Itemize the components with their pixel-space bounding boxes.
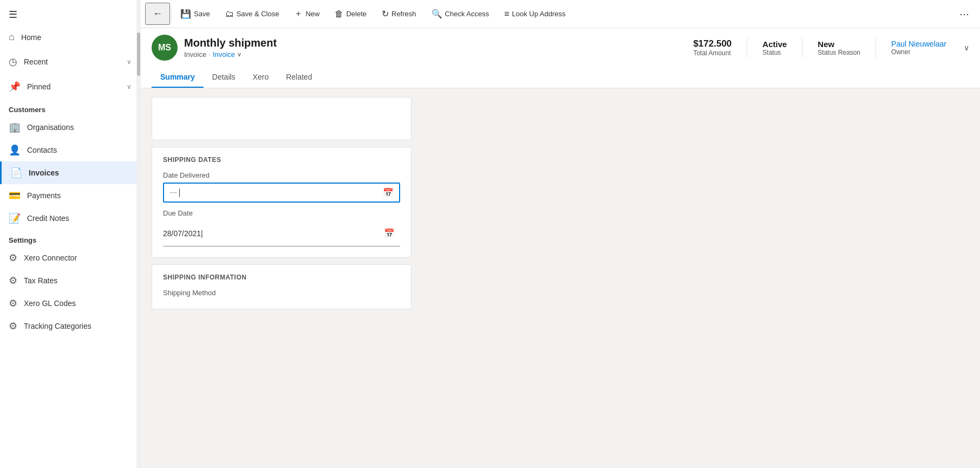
meta-sep-3 [876,38,876,57]
avatar: MS [152,35,178,61]
tabs: Summary Details Xero Related [152,67,969,88]
delete-button[interactable]: 🗑 Delete [327,0,374,28]
xero-gl-codes-label: Xero GL Codes [24,299,76,308]
owner-meta: Paul Nieuwelaar Owner [891,40,946,56]
scrollbar[interactable] [136,0,141,468]
sidebar-item-xero-connector[interactable]: ⚙ Xero Connector [0,246,140,269]
shipping-dates-section: SHIPPING DATES Date Delivered --- 📅 Due … [152,147,411,257]
due-date-value: 28/07/2021| [163,229,378,238]
delete-label: Delete [346,10,367,18]
total-amount-label: Total Amount [693,49,731,57]
check-access-icon: 🔍 [432,9,442,19]
payments-icon: 💳 [9,190,21,202]
organisations-icon: 🏢 [9,121,21,133]
save-close-icon: 🗂 [225,9,234,19]
sidebar-header: ☰ [0,0,140,25]
sidebar-item-tax-rates[interactable]: ⚙ Tax Rates [0,269,140,292]
tab-related[interactable]: Related [277,67,321,88]
record-type-2: Invoice [213,50,235,58]
meta-expand-chevron[interactable]: ∨ [964,43,969,52]
total-amount-value: $172.500 [693,38,731,49]
xero-gl-codes-icon: ⚙ [9,297,17,309]
new-label: New [305,10,319,18]
recent-chevron-icon: ∨ [127,58,132,66]
date-delivered-field[interactable]: --- 📅 [163,183,400,203]
sidebar-item-organisations[interactable]: 🏢 Organisations [0,116,140,139]
invoices-label: Invoices [29,168,59,177]
new-button[interactable]: ＋ New [286,0,327,28]
due-date-label: Due Date [163,209,400,217]
save-icon: 💾 [180,9,191,19]
sidebar-item-home[interactable]: ⌂ Home [0,25,140,49]
sidebar-item-contacts[interactable]: 👤 Contacts [0,139,140,161]
check-access-button[interactable]: 🔍 Check Access [424,0,497,28]
tracking-categories-icon: ⚙ [9,320,17,332]
sidebar-item-payments[interactable]: 💳 Payments [0,184,140,207]
home-icon: ⌂ [9,31,15,43]
back-button[interactable]: ← [145,3,170,25]
refresh-button[interactable]: ↻ Refresh [374,0,424,28]
save-label: Save [194,10,210,18]
date-delivered-calendar-icon[interactable]: 📅 [377,184,399,201]
content-body: SHIPPING DATES Date Delivered --- 📅 Due … [141,88,980,318]
due-date-calendar-icon[interactable]: 📅 [378,225,400,242]
organisations-label: Organisations [27,123,74,132]
shipping-info-section: SHIPPING INFORMATION Shipping Method [152,265,411,309]
shipping-method-label: Shipping Method [163,289,400,297]
meta-sep-1 [747,38,747,57]
type-dropdown-icon[interactable]: ∨ [237,51,241,58]
due-date-cursor: | [201,229,203,238]
shipping-info-card: SHIPPING INFORMATION Shipping Method [152,264,411,309]
shipping-dates-card: SHIPPING DATES Date Delivered --- 📅 Due … [152,147,411,258]
toolbar: ← 💾 Save 🗂 Save & Close ＋ New 🗑 Delete ↻… [141,0,980,28]
more-button[interactable]: ⋯ [953,4,976,24]
hamburger-icon[interactable]: ☰ [9,9,17,21]
record-header: MS Monthly shipment Invoice · Invoice ∨ … [141,28,980,88]
sidebar-item-home-label: Home [21,33,132,42]
owner-value[interactable]: Paul Nieuwelaar [891,40,946,48]
sidebar-item-credit-notes[interactable]: 📝 Credit Notes [0,207,140,230]
refresh-icon: ↻ [382,9,389,19]
subtitle-dot: · [208,50,211,58]
save-button[interactable]: 💾 Save [173,0,218,28]
payments-label: Payments [27,191,61,200]
xero-connector-label: Xero Connector [24,253,77,262]
status-label: Status [762,49,787,56]
top-card [152,97,411,140]
credit-notes-label: Credit Notes [27,214,69,223]
tab-xero[interactable]: Xero [244,67,278,88]
invoices-icon: 📄 [10,167,22,179]
credit-notes-icon: 📝 [9,212,21,224]
record-meta: $172.500 Total Amount Active Status New … [693,38,969,57]
tracking-categories-label: Tracking Categories [24,322,92,330]
sidebar-item-xero-gl-codes[interactable]: ⚙ Xero GL Codes [0,292,140,315]
tax-rates-label: Tax Rates [24,276,57,285]
sidebar-item-invoices[interactable]: 📄 Invoices [0,161,140,184]
due-date-field[interactable]: 28/07/2021| 📅 [163,220,400,246]
record-subtitle: Invoice · Invoice ∨ [184,50,277,58]
sidebar-item-recent[interactable]: ◷ Recent ∨ [0,49,140,74]
sidebar-item-recent-label: Recent [24,57,120,66]
settings-section-label: Settings [0,230,140,246]
tax-rates-icon: ⚙ [9,275,17,287]
lookup-button[interactable]: ≡ Look Up Address [496,0,573,28]
new-icon: ＋ [294,8,303,20]
record-title: Monthly shipment [184,37,277,49]
content-area: MS Monthly shipment Invoice · Invoice ∨ … [141,28,980,468]
date-delivered-placeholder: --- [164,184,377,202]
shipping-info-title: SHIPPING INFORMATION [163,274,400,281]
contacts-icon: 👤 [9,144,21,156]
save-close-button[interactable]: 🗂 Save & Close [218,0,287,28]
pinned-chevron-icon: ∨ [127,83,132,90]
sidebar: ☰ ⌂ Home ◷ Recent ∨ 📌 Pinned ∨ Customers… [0,0,141,468]
sidebar-item-pinned[interactable]: 📌 Pinned ∨ [0,74,140,99]
record-type-1: Invoice [184,50,206,58]
tab-details[interactable]: Details [204,67,244,88]
tab-summary[interactable]: Summary [152,67,204,88]
sidebar-item-tracking-categories[interactable]: ⚙ Tracking Categories [0,315,140,337]
main-area: ← 💾 Save 🗂 Save & Close ＋ New 🗑 Delete ↻… [141,0,980,468]
sidebar-item-pinned-label: Pinned [27,82,120,91]
record-info: Monthly shipment Invoice · Invoice ∨ [184,37,277,58]
recent-icon: ◷ [9,56,17,68]
lookup-label: Look Up Address [512,10,566,18]
